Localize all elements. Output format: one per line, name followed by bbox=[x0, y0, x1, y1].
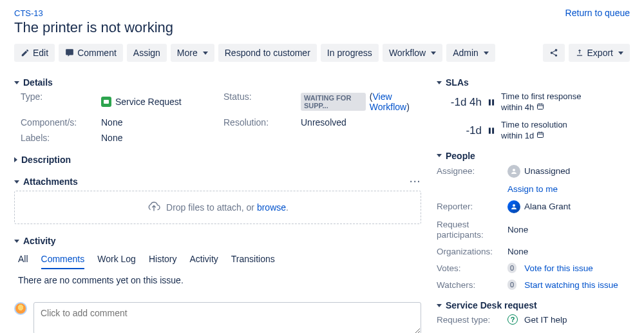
sla-within-2: within 1d bbox=[501, 131, 534, 140]
add-comment-input[interactable] bbox=[33, 302, 421, 333]
svg-rect-6 bbox=[537, 132, 543, 137]
export-icon bbox=[575, 48, 584, 57]
status-value: WAITING FOR SUPP... (View Workflow) bbox=[301, 91, 421, 112]
comment-button[interactable]: Comment bbox=[59, 44, 123, 62]
tab-history[interactable]: History bbox=[149, 251, 177, 269]
assign-button[interactable]: Assign bbox=[127, 44, 167, 62]
votes-label: Votes: bbox=[437, 263, 507, 273]
participants-value: None bbox=[507, 225, 630, 234]
pause-icon bbox=[487, 98, 496, 107]
assignee-value: Unassigned bbox=[507, 165, 630, 178]
share-button[interactable] bbox=[543, 44, 565, 62]
svg-rect-2 bbox=[492, 99, 494, 105]
assignee-label: Assignee: bbox=[437, 166, 507, 176]
edit-button[interactable]: Edit bbox=[14, 44, 55, 62]
svg-point-8 bbox=[513, 204, 515, 207]
vote-link[interactable]: Vote for this issue bbox=[524, 263, 593, 273]
pause-icon bbox=[487, 126, 496, 135]
service-desk-section-toggle[interactable]: Service Desk request bbox=[437, 300, 630, 310]
resolution-value: Unresolved bbox=[301, 117, 421, 128]
watchers-count: 0 bbox=[507, 280, 516, 290]
browse-link[interactable]: browse bbox=[257, 202, 286, 213]
calendar-icon bbox=[536, 102, 544, 113]
service-request-icon bbox=[101, 97, 111, 107]
type-value: Service Request bbox=[101, 91, 223, 112]
watchers-label: Watchers: bbox=[437, 280, 507, 290]
sla-within-1: within 4h bbox=[501, 102, 534, 112]
reporter-value: Alana Grant bbox=[507, 200, 630, 213]
activity-section-toggle[interactable]: Activity bbox=[14, 236, 421, 246]
question-mark-icon: ? bbox=[507, 314, 518, 325]
no-comments-text: There are no comments yet on this issue. bbox=[18, 275, 421, 285]
dropzone-text: Drop files to attach, or bbox=[166, 202, 257, 213]
participants-label: Request participants: bbox=[437, 220, 507, 240]
cloud-upload-icon bbox=[147, 202, 161, 213]
edit-label: Edit bbox=[33, 48, 48, 58]
view-workflow-link[interactable]: View Workflow bbox=[370, 91, 406, 112]
unassigned-avatar-icon bbox=[507, 165, 520, 178]
comment-label: Comment bbox=[77, 48, 117, 58]
components-label: Component/s: bbox=[21, 117, 101, 128]
reporter-avatar-icon bbox=[507, 200, 520, 213]
request-type-label: Request type: bbox=[437, 315, 507, 325]
watch-link[interactable]: Start watching this issue bbox=[524, 280, 618, 290]
svg-rect-1 bbox=[489, 99, 491, 105]
labels-value: None bbox=[101, 133, 223, 143]
more-dropdown[interactable]: More bbox=[171, 44, 214, 62]
workflow-dropdown[interactable]: Workflow bbox=[383, 44, 442, 62]
tab-transitions[interactable]: Transitions bbox=[231, 251, 275, 269]
status-lozenge: WAITING FOR SUPP... bbox=[301, 93, 366, 111]
export-label: Export bbox=[587, 48, 613, 58]
sla-time-2: -1d bbox=[437, 124, 482, 137]
svg-point-7 bbox=[513, 169, 515, 171]
tab-activity[interactable]: Activity bbox=[189, 251, 218, 269]
status-label: Status: bbox=[223, 91, 301, 112]
export-dropdown[interactable]: Export bbox=[569, 44, 630, 62]
tab-all[interactable]: All bbox=[18, 251, 28, 269]
sla-time-1: -1d 4h bbox=[437, 96, 482, 109]
in-progress-button[interactable]: In progress bbox=[321, 44, 379, 62]
sla-title-2: Time to resolution bbox=[501, 120, 567, 131]
issue-key-link[interactable]: CTS-13 bbox=[14, 8, 43, 18]
calendar-icon bbox=[536, 131, 544, 142]
description-section-toggle[interactable]: Description bbox=[14, 155, 421, 165]
resolution-label: Resolution: bbox=[223, 117, 301, 128]
attachments-section-toggle[interactable]: Attachments ··· bbox=[14, 176, 421, 187]
current-user-avatar bbox=[14, 302, 27, 315]
share-icon bbox=[549, 48, 558, 57]
return-to-queue-link[interactable]: Return to queue bbox=[565, 8, 630, 18]
orgs-label: Organizations: bbox=[437, 247, 507, 256]
votes-count: 0 bbox=[507, 263, 516, 273]
attachments-dropzone[interactable]: Drop files to attach, or browse. bbox=[14, 191, 421, 224]
components-value: None bbox=[101, 117, 223, 128]
activity-tabs: All Comments Work Log History Activity T… bbox=[18, 251, 421, 270]
svg-rect-0 bbox=[104, 100, 109, 104]
assign-to-me-link[interactable]: Assign to me bbox=[507, 184, 558, 194]
sla-title-1: Time to first response bbox=[501, 91, 582, 102]
svg-rect-3 bbox=[537, 104, 543, 109]
slas-section-toggle[interactable]: SLAs bbox=[437, 77, 630, 88]
orgs-value: None bbox=[507, 247, 630, 256]
type-label: Type: bbox=[21, 91, 101, 112]
details-section-toggle[interactable]: Details bbox=[14, 77, 421, 88]
pencil-icon bbox=[21, 48, 30, 57]
sla-row-resolution: -1d Time to resolution within 1d bbox=[437, 120, 630, 142]
tab-comments[interactable]: Comments bbox=[41, 251, 85, 269]
reporter-label: Reporter: bbox=[437, 202, 507, 211]
issue-title: The printer is not working bbox=[14, 19, 173, 36]
people-section-toggle[interactable]: People bbox=[437, 151, 630, 161]
sla-row-first-response: -1d 4h Time to first response within 4h bbox=[437, 91, 630, 113]
svg-rect-5 bbox=[492, 128, 494, 133]
svg-rect-4 bbox=[489, 128, 491, 133]
admin-dropdown[interactable]: Admin bbox=[446, 44, 495, 62]
tab-worklog[interactable]: Work Log bbox=[97, 251, 136, 269]
respond-to-customer-button[interactable]: Respond to customer bbox=[218, 44, 317, 62]
labels-label: Labels: bbox=[21, 133, 101, 143]
attachments-more-icon[interactable]: ··· bbox=[410, 176, 421, 187]
speech-bubble-icon bbox=[65, 48, 74, 57]
request-type-value: ?Get IT help bbox=[507, 314, 630, 325]
